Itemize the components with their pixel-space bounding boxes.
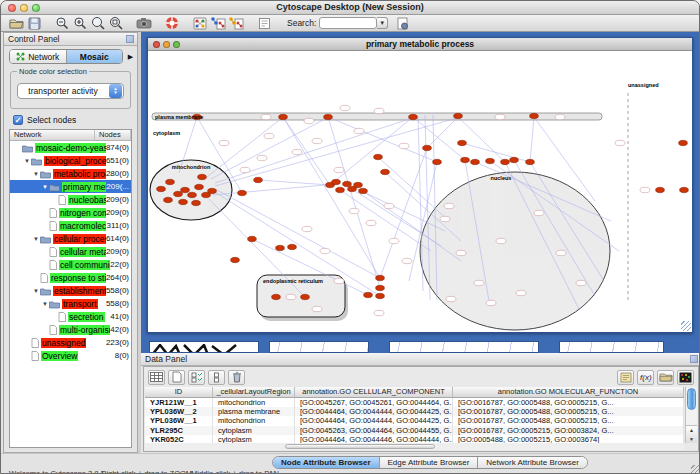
table-cell[interactable]: YPL036W__2 bbox=[145, 407, 213, 416]
search-dropdown-button[interactable]: ▼ bbox=[377, 17, 388, 29]
background-window[interactable] bbox=[269, 341, 369, 353]
function-builder-button[interactable]: f(x) bbox=[637, 370, 654, 385]
select-attributes-button[interactable] bbox=[148, 370, 165, 385]
network-node[interactable] bbox=[471, 159, 480, 164]
table-cell[interactable]: YPL036W__1 bbox=[145, 416, 213, 425]
network-node[interactable] bbox=[486, 158, 495, 163]
network-node[interactable] bbox=[198, 174, 207, 179]
edge-mapper-button[interactable] bbox=[227, 16, 245, 31]
network-node[interactable] bbox=[336, 187, 345, 192]
tree-row[interactable]: nucleobase-209(0) bbox=[10, 193, 131, 206]
horizontal-scrollbar[interactable] bbox=[145, 443, 684, 450]
column-molecular-function[interactable]: annotation.GO MOLECULAR_FUNCTION bbox=[453, 387, 684, 397]
tree-row[interactable]: mosaic-demo-yeast874(0) bbox=[10, 141, 131, 154]
network-view-window[interactable]: primary metabolic process plasma membran… bbox=[147, 37, 693, 333]
network-node[interactable] bbox=[374, 154, 383, 159]
network-node[interactable] bbox=[461, 157, 470, 162]
attribute-batch-edit-button[interactable] bbox=[188, 370, 205, 385]
table-cell[interactable]: [GO:0016787, GO:0005488, GO:0005215, G..… bbox=[453, 416, 684, 425]
float-panel-icon[interactable] bbox=[126, 35, 134, 43]
tree-row[interactable]: ▼establishment of lo558(0) bbox=[10, 284, 131, 297]
zoom-in-button[interactable] bbox=[71, 16, 89, 31]
network-node[interactable] bbox=[530, 113, 539, 118]
expander-icon[interactable]: ▼ bbox=[41, 184, 49, 190]
table-cell[interactable]: plasma membrane bbox=[213, 407, 295, 416]
table-cell[interactable]: [GO:0016787, GO:0005488, GO:0005215, G..… bbox=[453, 398, 684, 407]
network-node[interactable] bbox=[381, 169, 390, 174]
network-node[interactable] bbox=[324, 114, 333, 119]
tree-row[interactable]: response to stimulu264(0) bbox=[10, 271, 131, 284]
scrollbar-thumb[interactable] bbox=[687, 388, 696, 410]
network-node[interactable] bbox=[208, 188, 217, 193]
table-row[interactable]: YLR295Ccytoplasm[GO:0045263, GO:0044464,… bbox=[145, 426, 684, 435]
scroll-down-icon[interactable]: ▼ bbox=[689, 436, 694, 442]
tab-network-attribute-browser[interactable]: Network Attribute Browser bbox=[478, 457, 586, 468]
zoom-fit-button[interactable] bbox=[89, 16, 107, 31]
table-row[interactable]: YPL036W__2plasma membrane[GO:0044464, GO… bbox=[145, 407, 684, 416]
table-cell[interactable]: [GO:0045267, GO:0045261, GO:0044464, G..… bbox=[295, 398, 453, 407]
network-node[interactable] bbox=[354, 182, 363, 187]
network-node[interactable] bbox=[376, 275, 385, 280]
snapshot-button[interactable] bbox=[135, 16, 153, 31]
table-cell[interactable]: YLR295C bbox=[145, 426, 213, 435]
expander-icon[interactable]: ▼ bbox=[32, 288, 40, 294]
tab-node-attribute-browser[interactable]: Node Attribute Browser bbox=[273, 457, 380, 468]
expander-icon[interactable]: ▼ bbox=[41, 301, 49, 307]
network-node[interactable] bbox=[376, 293, 385, 298]
network-node[interactable] bbox=[501, 159, 510, 164]
network-node[interactable] bbox=[454, 113, 463, 118]
tree-row[interactable]: cellular metabo209(0) bbox=[10, 245, 131, 258]
tree-row[interactable]: ▼biological_process651(0) bbox=[10, 154, 131, 167]
float-panel-icon[interactable] bbox=[690, 355, 698, 363]
table-cell[interactable]: cytoplasm bbox=[213, 426, 295, 435]
tree-row[interactable]: ▼primary metabo209(... bbox=[10, 180, 131, 193]
vertical-scrollbar[interactable]: ▲▼ bbox=[685, 387, 697, 443]
scrollbar-arrows[interactable]: ▲▼ bbox=[686, 425, 697, 443]
network-node[interactable] bbox=[679, 140, 688, 145]
network-node[interactable] bbox=[458, 140, 467, 145]
tab-mosaic[interactable]: Mosaic bbox=[67, 50, 123, 63]
network-node[interactable] bbox=[376, 285, 385, 290]
table-row[interactable]: YPL036W__1mitochondrion[GO:0044464, GO:0… bbox=[145, 416, 684, 425]
app-resize-grip[interactable] bbox=[691, 465, 700, 474]
network-node[interactable] bbox=[364, 292, 373, 297]
network-node[interactable] bbox=[164, 197, 173, 202]
open-session-button[interactable] bbox=[7, 16, 25, 31]
table-cell[interactable]: YKR052C bbox=[145, 435, 213, 443]
delete-attribute-button[interactable] bbox=[228, 370, 245, 385]
network-window-titlebar[interactable]: primary metabolic process bbox=[148, 38, 692, 51]
table-cell[interactable]: [GO:0005488, GO:0005215, GO:0003674] bbox=[453, 435, 684, 443]
window-resize-grip[interactable] bbox=[681, 321, 691, 331]
network-node[interactable] bbox=[526, 159, 535, 164]
table-row[interactable]: YJR121W__1mitochondrion[GO:0045267, GO:0… bbox=[145, 398, 684, 407]
network-node[interactable] bbox=[192, 200, 201, 205]
network-node[interactable] bbox=[433, 159, 442, 164]
network-node[interactable] bbox=[238, 190, 247, 195]
attribute-single-edit-button[interactable] bbox=[208, 370, 225, 385]
network-node[interactable] bbox=[301, 294, 310, 299]
table-cell[interactable]: mitochondrion bbox=[213, 416, 295, 425]
expander-icon[interactable]: ▼ bbox=[23, 158, 31, 164]
import-attributes-button[interactable] bbox=[657, 370, 674, 385]
network-node[interactable] bbox=[288, 244, 297, 249]
network-node[interactable] bbox=[231, 257, 240, 262]
annotation-button[interactable] bbox=[255, 16, 273, 31]
network-node[interactable] bbox=[423, 145, 432, 150]
create-attribute-button[interactable] bbox=[168, 370, 185, 385]
network-node[interactable] bbox=[195, 184, 204, 189]
network-node[interactable] bbox=[166, 179, 175, 184]
tree-row[interactable]: ▼transport558(0) bbox=[10, 297, 131, 310]
network-node[interactable] bbox=[276, 245, 285, 250]
node-mapper-button[interactable] bbox=[209, 16, 227, 31]
zoom-out-button[interactable] bbox=[53, 16, 71, 31]
network-node[interactable] bbox=[332, 179, 341, 184]
background-window[interactable] bbox=[389, 341, 539, 353]
column-id[interactable]: ID bbox=[145, 387, 213, 397]
node-color-dropdown[interactable]: transporter activity ▲▼ bbox=[17, 83, 124, 99]
matrix-view-button[interactable] bbox=[677, 370, 694, 385]
expander-icon[interactable]: ▼ bbox=[32, 236, 40, 242]
network-node[interactable] bbox=[248, 236, 257, 241]
network-node[interactable] bbox=[174, 191, 183, 196]
tree-row[interactable]: Overview8(0) bbox=[10, 349, 131, 362]
tree-row[interactable]: unassigned223(0) bbox=[10, 336, 131, 349]
